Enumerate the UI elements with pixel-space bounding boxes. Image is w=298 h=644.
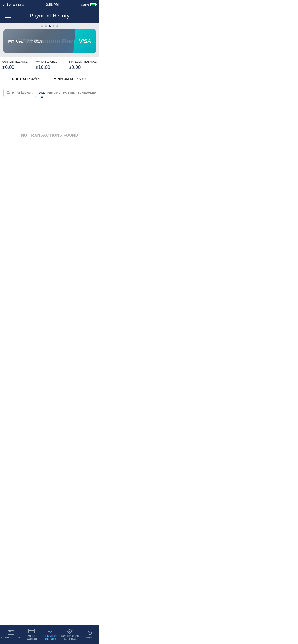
carousel-dot-3[interactable]	[49, 26, 51, 27]
search-box[interactable]	[3, 89, 36, 97]
no-transactions-message: NO TRANSACTIONS FOUND	[21, 133, 78, 138]
filter-row: ALL PENDING POSTED SCHEDULED	[0, 85, 99, 100]
filter-tabs: ALL PENDING POSTED SCHEDULED	[39, 90, 96, 95]
hamburger-menu-button[interactable]	[5, 14, 11, 18]
card-number: **** 0019	[28, 39, 42, 43]
card-name: MY CA...	[8, 39, 26, 44]
minimum-due-value: $0.00	[79, 77, 87, 81]
battery-pct-label: 100%	[81, 3, 89, 6]
card-wrapper: USM Platinum Rew MY CA... **** 0019 VISA	[0, 29, 99, 57]
status-left: AT&T LTE	[3, 3, 24, 6]
status-time: 2:56 PM	[46, 3, 59, 6]
carousel-dot-2[interactable]	[45, 26, 47, 27]
battery-icon	[90, 3, 96, 6]
filter-tab-posted[interactable]: POSTED	[63, 90, 75, 95]
available-credit-amount: $10.00	[36, 64, 64, 70]
content-area: NO TRANSACTIONS FOUND	[0, 100, 99, 171]
page-title: Payment History	[30, 13, 70, 19]
current-balance-amount: $0.00	[3, 64, 31, 70]
carousel-dot-5[interactable]	[56, 26, 58, 27]
filter-tab-scheduled[interactable]: SCHEDULED	[78, 90, 96, 95]
available-credit-label: AVAILABLE CREDIT	[36, 60, 64, 63]
current-balance-value: 0.00	[5, 64, 14, 70]
credit-card[interactable]: USM Platinum Rew MY CA... **** 0019 VISA	[3, 29, 96, 53]
available-credit-value: 10.00	[38, 64, 50, 70]
svg-line-1	[9, 94, 10, 95]
current-balance-label: CURRENT BALANCE	[3, 60, 31, 63]
current-balance-dollar: $	[3, 66, 5, 70]
minimum-due-item: MINIMUM DUE: $0.00	[54, 77, 87, 81]
statement-balance: STATEMENT BALANCE $0.00	[66, 57, 99, 73]
carousel-dots	[0, 23, 99, 29]
current-balance: CURRENT BALANCE $0.00	[0, 57, 33, 73]
status-bar: AT&T LTE 2:56 PM 100%	[0, 0, 99, 8]
filter-tab-all[interactable]: ALL	[39, 90, 45, 95]
available-credit: AVAILABLE CREDIT $10.00	[33, 57, 66, 73]
signal-bars-icon	[3, 3, 8, 6]
search-input[interactable]	[12, 91, 33, 95]
header: Payment History	[0, 8, 99, 23]
visa-logo: VISA	[79, 38, 91, 44]
carousel-dot-4[interactable]	[53, 26, 54, 27]
statement-balance-value: 0.00	[72, 64, 81, 70]
statement-balance-amount: $0.00	[69, 64, 97, 70]
available-credit-dollar: $	[36, 66, 38, 70]
filter-tab-pending[interactable]: PENDING	[47, 90, 61, 95]
due-date-value-text: 02/16/21	[31, 77, 44, 81]
minimum-due-label: MINIMUM DUE:	[54, 77, 78, 81]
search-icon	[7, 91, 10, 95]
due-date-item: DUE DATE: 02/16/21	[12, 77, 44, 81]
carrier-label: AT&T LTE	[9, 3, 24, 6]
due-date-label: DUE DATE:	[12, 77, 30, 81]
statement-balance-dollar: $	[69, 66, 71, 70]
statement-balance-label: STATEMENT BALANCE	[69, 60, 97, 63]
carousel-dot-1[interactable]	[41, 26, 43, 27]
card-carousel[interactable]: USM Platinum Rew MY CA... **** 0019 VISA	[0, 23, 99, 57]
status-right: 100%	[81, 3, 96, 6]
due-date-row: DUE DATE: 02/16/21 MINIMUM DUE: $0.00	[0, 73, 99, 85]
balance-row: CURRENT BALANCE $0.00 AVAILABLE CREDIT $…	[0, 57, 99, 73]
